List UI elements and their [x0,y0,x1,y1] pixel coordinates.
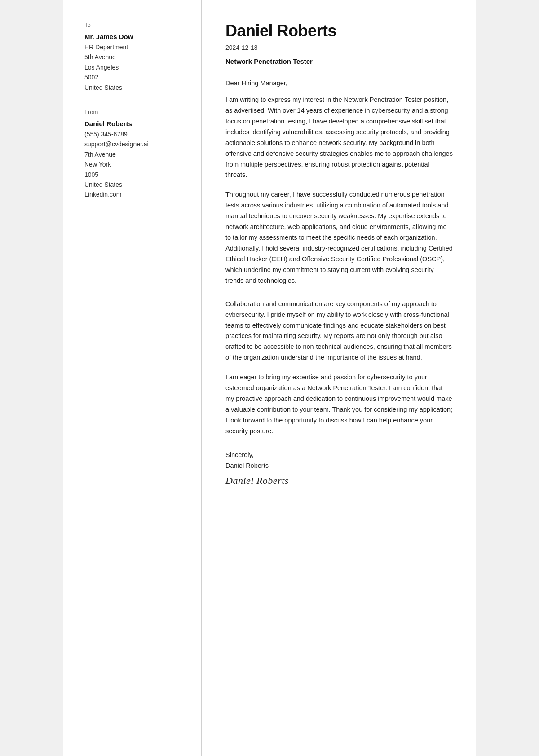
sender-section: From Daniel Roberts (555) 345-6789 suppo… [84,109,187,200]
recipient-country: United States [84,83,187,92]
recipient-section: To Mr. James Dow HR Department 5th Avenu… [84,22,187,92]
cover-paragraph-1: I am writing to express my interest in t… [225,95,453,180]
recipient-city: Los Angeles [84,62,187,72]
cover-paragraph-3: Collaboration and communication are key … [225,299,453,364]
cover-closing: Sincerely, Daniel Roberts [225,449,453,471]
cover-signature: Daniel Roberts [225,475,453,487]
sender-email: support@cvdesigner.ai [84,139,187,149]
left-panel: To Mr. James Dow HR Department 5th Avenu… [63,0,202,756]
cover-letter-page: To Mr. James Dow HR Department 5th Avenu… [63,0,476,756]
sender-name: Daniel Roberts [84,120,187,127]
recipient-name: Mr. James Dow [84,33,187,40]
cover-greeting: Dear Hiring Manager, [225,79,453,87]
sender-linkedin: Linkedin.com [84,189,187,199]
cover-paragraph-4: I am eager to bring my expertise and pas… [225,372,453,437]
cover-name: Daniel Roberts [225,22,453,40]
recipient-department: HR Department [84,42,187,52]
sender-city: New York [84,159,187,169]
right-panel: Daniel Roberts 2024-12-18 Network Penetr… [202,0,476,756]
sender-phone: (555) 345-6789 [84,129,187,139]
recipient-street: 5th Avenue [84,52,187,62]
closing-line2: Daniel Roberts [225,460,453,471]
to-label: To [84,22,187,28]
sender-country: United States [84,180,187,189]
cover-paragraph-2: Throughout my career, I have successfull… [225,189,453,286]
from-label: From [84,109,187,115]
closing-line1: Sincerely, [225,449,453,461]
sender-street: 7th Avenue [84,149,187,159]
recipient-zip: 5002 [84,72,187,82]
sender-zip: 1005 [84,170,187,180]
cover-date: 2024-12-18 [225,44,453,51]
cover-job-title: Network Penetration Tester [225,57,453,65]
